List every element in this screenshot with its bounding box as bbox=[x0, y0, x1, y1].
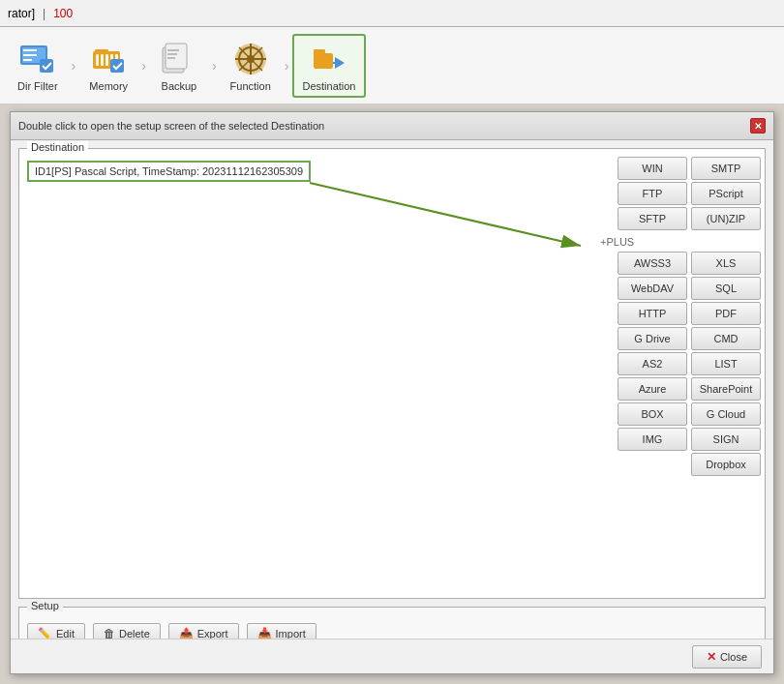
btn-ftp[interactable]: FTP bbox=[618, 182, 687, 205]
destination-group: Destination ID1[PS] Pascal Script, TimeS… bbox=[18, 148, 766, 599]
btn-row-7: G Drive CMD bbox=[600, 327, 761, 350]
btn-smtp[interactable]: SMTP bbox=[691, 157, 761, 180]
btn-row-8: AS2 LIST bbox=[600, 352, 761, 375]
svg-rect-2 bbox=[40, 59, 53, 73]
btn-xls[interactable]: XLS bbox=[691, 252, 761, 275]
toolbar-dir-filter[interactable]: Dir Filter bbox=[8, 34, 68, 98]
svg-rect-14 bbox=[167, 53, 177, 55]
btn-row-2: FTP PScript bbox=[600, 182, 761, 205]
btn-row-12: Dropbox bbox=[600, 453, 761, 476]
dialog-title-text: Double click to open the setup screen of… bbox=[18, 120, 324, 132]
function-label: Function bbox=[230, 80, 271, 92]
top-bar-number: 100 bbox=[53, 7, 73, 20]
destination-inner: ID1[PS] Pascal Script, TimeStamp: 202311… bbox=[19, 149, 765, 598]
btn-gdrive[interactable]: G Drive bbox=[618, 327, 687, 350]
close-x-icon: ✕ bbox=[707, 650, 716, 664]
backup-label: Backup bbox=[162, 80, 197, 92]
svg-rect-15 bbox=[167, 57, 175, 59]
destination-icon bbox=[310, 40, 348, 78]
buttons-panel: WIN SMTP FTP PScript SFTP (UN)ZIP +PLUS … bbox=[600, 153, 765, 598]
svg-rect-13 bbox=[167, 49, 179, 51]
backup-icon bbox=[160, 40, 198, 78]
btn-row-4: AWSS3 XLS bbox=[600, 252, 761, 275]
dir-filter-icon bbox=[18, 40, 57, 78]
svg-rect-24 bbox=[314, 49, 325, 55]
btn-cmd[interactable]: CMD bbox=[691, 327, 761, 350]
btn-row-6: HTTP PDF bbox=[600, 302, 761, 325]
btn-row-3: SFTP (UN)ZIP bbox=[600, 207, 761, 230]
btn-unzip[interactable]: (UN)ZIP bbox=[691, 207, 761, 230]
destination-dialog: Double click to open the setup screen of… bbox=[10, 111, 774, 674]
plus-label: +PLUS bbox=[600, 232, 761, 250]
btn-row-10: BOX G Cloud bbox=[600, 402, 761, 426]
dialog-close-x-btn[interactable]: ✕ bbox=[750, 118, 766, 134]
btn-sql[interactable]: SQL bbox=[691, 277, 761, 300]
btn-sign[interactable]: SIGN bbox=[691, 428, 761, 451]
svg-rect-12 bbox=[166, 44, 187, 69]
toolbar-memory[interactable]: Memory bbox=[79, 34, 137, 98]
close-label: Close bbox=[720, 651, 747, 663]
btn-row-5: WebDAV SQL bbox=[600, 277, 761, 300]
btn-sftp[interactable]: SFTP bbox=[618, 207, 687, 230]
btn-row-1: WIN SMTP bbox=[600, 157, 761, 180]
btn-row-11: IMG SIGN bbox=[600, 428, 761, 451]
memory-label: Memory bbox=[89, 80, 128, 92]
btn-pdf[interactable]: PDF bbox=[691, 302, 761, 325]
svg-line-27 bbox=[310, 183, 581, 246]
toolbar-destination[interactable]: Destination bbox=[292, 34, 365, 98]
arrow-4: › bbox=[285, 58, 289, 74]
memory-icon bbox=[89, 40, 128, 78]
btn-awss3[interactable]: AWSS3 bbox=[618, 252, 687, 275]
btn-list[interactable]: LIST bbox=[691, 352, 761, 375]
bottom-bar: ✕ Close bbox=[11, 639, 773, 673]
dialog-content: Destination ID1[PS] Pascal Script, TimeS… bbox=[11, 140, 773, 672]
setup-group-label: Setup bbox=[27, 600, 63, 611]
svg-rect-10 bbox=[110, 59, 124, 73]
btn-azure[interactable]: Azure bbox=[618, 377, 687, 401]
arrow-1: › bbox=[72, 58, 76, 74]
svg-rect-7 bbox=[106, 54, 108, 66]
svg-rect-5 bbox=[96, 54, 99, 66]
btn-webdav[interactable]: WebDAV bbox=[618, 277, 687, 300]
dialog-titlebar: Double click to open the setup screen of… bbox=[11, 112, 773, 140]
top-bar-sep: | bbox=[43, 7, 45, 20]
destination-group-label: Destination bbox=[27, 141, 88, 153]
btn-win[interactable]: WIN bbox=[618, 157, 687, 180]
toolbar-backup[interactable]: Backup bbox=[150, 34, 208, 98]
btn-sharepoint[interactable]: SharePoint bbox=[691, 377, 761, 401]
function-icon bbox=[231, 40, 270, 78]
btn-http[interactable]: HTTP bbox=[618, 302, 687, 325]
destination-label: Destination bbox=[302, 80, 355, 92]
arrow-3: › bbox=[212, 58, 217, 74]
destination-list-item[interactable]: ID1[PS] Pascal Script, TimeStamp: 202311… bbox=[27, 161, 311, 182]
btn-row-9: Azure SharePoint bbox=[600, 377, 761, 401]
btn-box[interactable]: BOX bbox=[618, 402, 687, 426]
svg-rect-23 bbox=[314, 53, 333, 69]
svg-rect-6 bbox=[101, 54, 104, 66]
toolbar: Dir Filter › Memory › bbox=[0, 27, 784, 104]
top-bar: rator] | 100 bbox=[0, 0, 784, 27]
toolbar-function[interactable]: Function bbox=[221, 34, 281, 98]
close-button[interactable]: ✕ Close bbox=[692, 645, 762, 669]
btn-as2[interactable]: AS2 bbox=[618, 352, 687, 375]
top-bar-label: rator] bbox=[8, 7, 35, 20]
destination-list-area[interactable]: ID1[PS] Pascal Script, TimeStamp: 202311… bbox=[19, 153, 600, 598]
btn-pscript[interactable]: PScript bbox=[691, 182, 761, 205]
arrow-2: › bbox=[141, 58, 146, 74]
btn-img[interactable]: IMG bbox=[618, 428, 687, 451]
btn-gcloud[interactable]: G Cloud bbox=[691, 402, 761, 426]
dir-filter-label: Dir Filter bbox=[17, 80, 58, 92]
btn-dropbox[interactable]: Dropbox bbox=[691, 453, 761, 476]
